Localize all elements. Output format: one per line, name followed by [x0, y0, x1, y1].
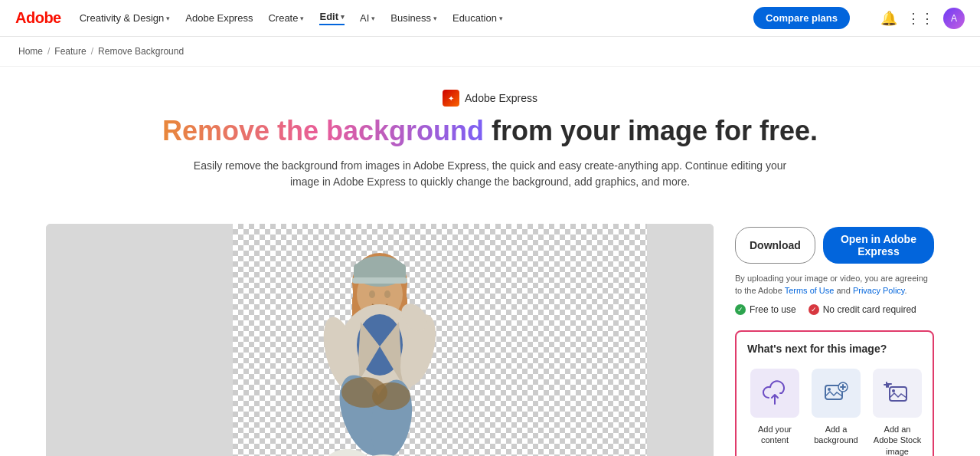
- adobe-express-badge-icon: [443, 90, 459, 107]
- image-panel: [46, 224, 714, 456]
- right-panel: Download Open in Adobe Express By upload…: [735, 224, 934, 456]
- chevron-down-icon: ▾: [499, 15, 503, 22]
- nav-creativity-design[interactable]: Creativity & Design ▾: [80, 12, 171, 24]
- nav-bar: Adobe Creativity & Design ▾ Adobe Expres…: [0, 0, 980, 37]
- hero-title-gradient: Remove the background: [162, 115, 484, 146]
- svg-point-27: [892, 389, 895, 392]
- hero-badge-text: Adobe Express: [465, 92, 537, 104]
- check-icon-red: ✓: [808, 304, 819, 315]
- nav-business[interactable]: Business ▾: [390, 12, 437, 24]
- chevron-down-icon: ▾: [433, 15, 437, 22]
- hero-badge: Adobe Express: [443, 90, 537, 107]
- hero-title-rest: from your image for free.: [484, 115, 818, 146]
- notifications-icon[interactable]: 🔔: [880, 10, 897, 27]
- next-option-add-stock[interactable]: Add an Adobe Stock image: [870, 364, 925, 456]
- nav-edit[interactable]: Edit ▾: [319, 11, 345, 25]
- nav-links: Creativity & Design ▾ Adobe Express Crea…: [80, 11, 735, 25]
- add-background-icon: [822, 379, 850, 407]
- check-icon-green: ✓: [735, 304, 746, 315]
- person-silhouette: [296, 231, 464, 456]
- terms-of-use-link[interactable]: Terms of Use: [785, 286, 835, 295]
- svg-point-24: [828, 388, 831, 391]
- adobe-logo[interactable]: Adobe: [15, 9, 61, 27]
- svg-rect-26: [890, 387, 906, 401]
- action-buttons: Download Open in Adobe Express: [735, 227, 934, 264]
- compare-plans-button[interactable]: Compare plans: [753, 7, 850, 29]
- nav-education[interactable]: Education ▾: [452, 12, 503, 24]
- features-list: ✓ Free to use ✓ No credit card required: [735, 304, 934, 315]
- nav-adobe-express[interactable]: Adobe Express: [185, 12, 253, 24]
- svg-rect-9: [352, 277, 407, 284]
- feature-no-credit-card: ✓ No credit card required: [808, 304, 916, 315]
- breadcrumb-current: Remove Background: [98, 46, 184, 57]
- chevron-down-icon: ▾: [371, 15, 375, 22]
- feature-free-label: Free to use: [750, 304, 796, 315]
- hero-subtitle: Easily remove the background from images…: [184, 158, 796, 190]
- privacy-policy-link[interactable]: Privacy Policy: [853, 286, 905, 295]
- add-stock-icon-wrap: [873, 369, 922, 418]
- feature-free-to-use: ✓ Free to use: [735, 304, 796, 315]
- next-option-add-content[interactable]: Add your content: [747, 364, 802, 456]
- nav-ai[interactable]: AI ▾: [360, 12, 375, 24]
- chevron-down-icon: ▾: [166, 15, 170, 22]
- terms-text: By uploading your image or video, you ar…: [735, 273, 934, 297]
- svg-point-6: [384, 290, 390, 298]
- open-in-adobe-express-button[interactable]: Open in Adobe Express: [823, 227, 934, 264]
- chevron-down-icon: ▾: [300, 15, 304, 22]
- add-stock-icon: [884, 379, 911, 407]
- breadcrumb: Home / Feature / Remove Background: [0, 37, 980, 67]
- image-container: [46, 224, 714, 456]
- nav-icons: 🔔 ⋮⋮ A: [880, 8, 965, 29]
- breadcrumb-separator: /: [91, 46, 93, 57]
- breadcrumb-separator: /: [47, 46, 50, 57]
- whats-next-title: What's next for this image?: [747, 343, 922, 355]
- next-option-add-background[interactable]: Add a background: [808, 364, 864, 456]
- hero-section: Adobe Express Remove the background from…: [0, 67, 980, 224]
- breadcrumb-feature[interactable]: Feature: [54, 46, 86, 57]
- add-stock-label: Add an Adobe Stock image: [873, 424, 922, 456]
- upload-cloud-icon: [761, 379, 789, 407]
- add-background-icon-wrap: [812, 369, 861, 418]
- upload-cloud-icon-wrap: [750, 369, 799, 418]
- download-button[interactable]: Download: [735, 227, 815, 264]
- whats-next-card: What's next for this image? Add your con…: [735, 330, 934, 456]
- svg-point-22: [372, 382, 410, 410]
- breadcrumb-home[interactable]: Home: [18, 46, 43, 57]
- feature-nocredit-label: No credit card required: [823, 304, 916, 315]
- chevron-down-icon: ▾: [341, 13, 345, 21]
- user-avatar[interactable]: A: [943, 8, 965, 29]
- nav-create[interactable]: Create ▾: [268, 12, 304, 24]
- apps-grid-icon[interactable]: ⋮⋮: [906, 10, 934, 27]
- svg-point-5: [369, 290, 375, 298]
- main-content: Download Open in Adobe Express By upload…: [31, 224, 949, 456]
- add-content-label: Add your content: [750, 424, 799, 446]
- add-background-label: Add a background: [812, 424, 861, 446]
- hero-title: Remove the background from your image fo…: [15, 114, 965, 147]
- next-options: Add your content: [747, 364, 922, 456]
